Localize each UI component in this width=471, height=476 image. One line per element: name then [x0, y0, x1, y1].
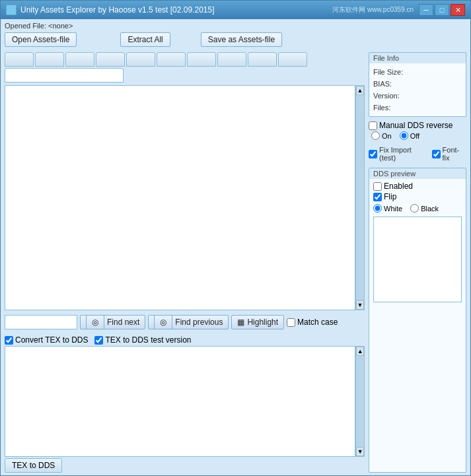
bottom-section: Convert TEX to DDS TEX to DDS test versi… [5, 334, 365, 473]
main-content: ▲ ▼ ◎ Find next ◎ Find previous ▦ [1, 50, 470, 475]
window-controls: ─ □ ✕ [419, 4, 465, 16]
on-label: On [382, 132, 392, 140]
files-row: Files: [373, 102, 462, 114]
font-fix-checkbox[interactable] [432, 150, 441, 158]
white-radio-label[interactable]: White [373, 204, 402, 213]
manual-dds-label[interactable]: Manual DDS reverse [369, 121, 466, 130]
black-label: Black [421, 205, 439, 213]
search-bar: ◎ Find next ◎ Find previous ▦ Highlight … [5, 313, 365, 331]
log-textarea[interactable] [5, 346, 355, 457]
on-radio-label[interactable]: On [371, 131, 392, 140]
on-off-row: On Off [371, 131, 466, 140]
find-next-icon: ◎ [86, 315, 104, 329]
close-button[interactable]: ✕ [451, 4, 465, 16]
extract-all-button[interactable]: Extract All [120, 32, 170, 47]
tab-4[interactable] [96, 52, 125, 67]
save-as-assets-button[interactable]: Save as Assets-file [201, 32, 282, 47]
on-radio[interactable] [371, 131, 380, 140]
tab-7[interactable] [187, 52, 216, 67]
tab-1[interactable] [5, 52, 34, 67]
dds-enabled-text: Enabled [384, 182, 413, 191]
manual-dds-text: Manual DDS reverse [379, 121, 453, 130]
highlight-label: Highlight [247, 318, 278, 327]
find-previous-button[interactable]: ◎ Find previous [148, 315, 229, 329]
log-scroll-up[interactable]: ▲ [356, 347, 364, 356]
right-panel: File Info File Size: BIAS: Version: File… [369, 52, 466, 473]
asset-list-container: ▲ ▼ [5, 85, 365, 310]
version-row: Version: [373, 90, 462, 102]
convert-tex-label[interactable]: Convert TEX to DDS [5, 335, 88, 345]
tabs-row-1 [5, 52, 365, 67]
scroll-down-arrow[interactable]: ▼ [356, 300, 364, 310]
dds-enabled-label[interactable]: Enabled [373, 182, 462, 191]
manual-dds-section: Manual DDS reverse On Off [369, 121, 466, 140]
tabs-row-2 [5, 68, 365, 83]
button-toolbar: Open Assets-file Extract All Save as Ass… [1, 32, 470, 50]
title-bar: Unity Assets Explorer by Haoose v1.5 tes… [1, 1, 470, 19]
tab-5[interactable] [126, 52, 155, 67]
fix-import-text: Fix Import (test) [379, 146, 430, 162]
dds-flip-text: Flip [384, 192, 396, 201]
tab-10[interactable] [278, 52, 307, 67]
scroll-up-arrow[interactable]: ▲ [356, 86, 364, 95]
fix-import-section: Fix Import (test) Font-fix [369, 146, 466, 162]
off-radio-label[interactable]: Off [400, 131, 419, 140]
file-info-panel: File Info File Size: BIAS: Version: File… [369, 52, 466, 117]
highlight-icon: ▦ [237, 318, 244, 327]
asset-list-scrollbar[interactable]: ▲ ▼ [355, 85, 365, 310]
tex-dds-test-label[interactable]: TEX to DDS test version [94, 335, 191, 345]
find-previous-label: Find previous [175, 318, 223, 327]
main-window: Unity Assets Explorer by Haoose v1.5 tes… [0, 0, 471, 476]
left-panel: ▲ ▼ ◎ Find next ◎ Find previous ▦ [5, 52, 365, 473]
bias-row: BIAS: [373, 78, 462, 90]
app-icon [6, 5, 17, 15]
find-next-button[interactable]: ◎ Find next [80, 315, 145, 329]
minimize-button[interactable]: ─ [419, 4, 433, 16]
bottom-tab[interactable]: TEX to DDS [5, 458, 62, 473]
white-radio[interactable] [373, 204, 382, 213]
match-case-label[interactable]: Match case [287, 318, 338, 327]
file-size-row: File Size: [373, 66, 462, 78]
log-scroll-down[interactable]: ▼ [356, 447, 364, 456]
scroll-thumb[interactable] [356, 95, 364, 300]
white-label: White [384, 205, 402, 213]
match-case-checkbox[interactable] [287, 318, 295, 327]
tab-8[interactable] [217, 52, 246, 67]
log-container: ▲ ▼ [5, 346, 365, 457]
log-scrollbar[interactable]: ▲ ▼ [355, 346, 365, 457]
dds-preview-panel: DDS preview Enabled Flip White [369, 168, 466, 473]
tex-dds-test-checkbox[interactable] [94, 336, 103, 345]
off-radio[interactable] [400, 131, 408, 140]
log-scroll-thumb[interactable] [356, 356, 364, 447]
black-radio-label[interactable]: Black [410, 204, 439, 213]
tab-6[interactable] [157, 52, 186, 67]
dds-flip-checkbox[interactable] [373, 193, 382, 201]
maximize-button[interactable]: □ [435, 4, 449, 16]
dds-flip-label[interactable]: Flip [373, 192, 462, 201]
tab-2[interactable] [35, 52, 64, 67]
manual-dds-checkbox[interactable] [369, 121, 377, 130]
fix-import-checkbox[interactable] [369, 150, 377, 158]
match-case-text: Match case [297, 318, 338, 327]
font-fix-text: Font-fix [443, 146, 466, 162]
tab-3[interactable] [65, 52, 94, 67]
tab-active[interactable] [5, 68, 124, 83]
highlight-button[interactable]: ▦ Highlight [231, 315, 284, 329]
black-radio[interactable] [410, 204, 419, 213]
file-info-title: File Info [369, 53, 466, 63]
dds-preview-title: DDS preview [369, 168, 466, 179]
dds-enabled-checkbox[interactable] [373, 182, 382, 191]
checkboxes-row: Convert TEX to DDS TEX to DDS test versi… [5, 334, 365, 346]
tabs-area [5, 52, 365, 83]
off-label: Off [410, 132, 419, 140]
open-assets-button[interactable]: Open Assets-file [5, 32, 77, 47]
white-black-row: White Black [373, 204, 462, 213]
search-input[interactable] [5, 315, 77, 329]
window-title: Unity Assets Explorer by Haoose v1.5 tes… [20, 5, 332, 15]
tex-dds-test-text: TEX to DDS test version [105, 335, 191, 345]
convert-tex-checkbox[interactable] [5, 336, 13, 345]
convert-tex-text: Convert TEX to DDS [15, 335, 88, 345]
asset-list[interactable] [5, 85, 355, 310]
tab-9[interactable] [248, 52, 277, 67]
dds-preview-area [373, 217, 462, 302]
